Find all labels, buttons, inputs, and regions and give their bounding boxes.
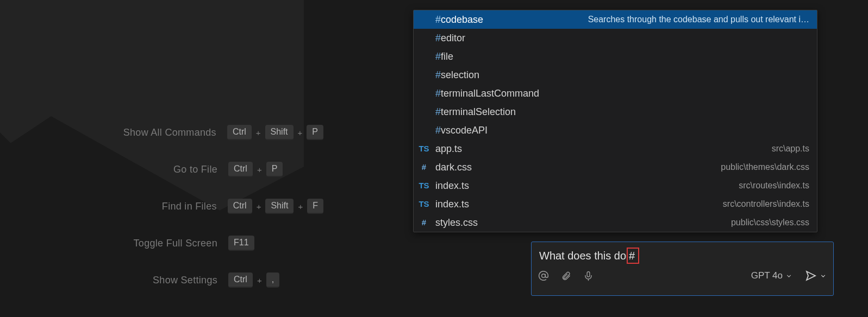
send-icon: [804, 269, 817, 282]
suggestion-label: #terminalSelection: [435, 105, 516, 118]
keycap: Shift: [265, 125, 294, 140]
hint-label: Go to File: [0, 164, 217, 175]
suggestion-item[interactable]: #codebaseSearches through the codebase a…: [414, 10, 817, 29]
suggestion-label: #vscodeAPI: [435, 124, 488, 137]
suggestion-description: src\controllers\index.ts: [723, 198, 809, 211]
hint-label: Show All Commands: [0, 127, 216, 138]
chat-input[interactable]: What does this do #: [532, 242, 833, 266]
plus-separator: +: [298, 202, 303, 211]
keycap: F: [307, 199, 323, 214]
hint-label: Toggle Full Screen: [0, 238, 217, 249]
hash-icon: #: [418, 161, 430, 174]
hint-keys: Ctrl+,: [228, 272, 323, 288]
keycap: Ctrl: [228, 162, 253, 177]
hint-row: Show SettingsCtrl+,: [0, 272, 413, 288]
suggestion-item[interactable]: #editor: [414, 29, 817, 47]
suggestion-item[interactable]: #file: [414, 47, 817, 66]
suggestion-label: dark.css: [435, 161, 472, 174]
hint-keys: Ctrl+Shift+F: [228, 199, 323, 214]
hint-keys: F11: [228, 236, 323, 251]
send-button[interactable]: [804, 269, 827, 282]
chat-variable-suggestion-list[interactable]: #codebaseSearches through the codebase a…: [413, 10, 817, 232]
welcome-shortcut-hints: Show All CommandsCtrl+Shift+PGo to FileC…: [0, 125, 413, 288]
hint-keys: Ctrl+Shift+P: [227, 125, 323, 140]
typescript-icon: TS: [418, 179, 430, 192]
chevron-down-icon: [820, 272, 827, 280]
chat-input-panel: What does this do # GPT 4o: [531, 242, 834, 296]
attach-button[interactable]: [561, 271, 571, 281]
hint-row: Find in FilesCtrl+Shift+F: [0, 199, 413, 214]
suggestion-label: #file: [435, 50, 453, 63]
suggestion-description: public\css\styles.css: [731, 216, 809, 229]
chat-input-text: What does this do: [539, 250, 626, 262]
keycap: F11: [228, 236, 254, 251]
suggestion-label: app.ts: [435, 142, 462, 155]
keycap: Ctrl: [228, 199, 252, 214]
mention-button[interactable]: [538, 270, 549, 281]
plus-separator: +: [257, 202, 261, 211]
suggestion-item[interactable]: #vscodeAPI: [414, 121, 817, 140]
svg-rect-2: [587, 271, 590, 277]
typescript-icon: TS: [418, 142, 430, 155]
chevron-down-icon: [785, 272, 792, 280]
suggestion-item[interactable]: #terminalSelection: [414, 103, 817, 121]
suggestion-item[interactable]: TSindex.tssrc\routes\index.ts: [414, 176, 817, 195]
hint-label: Find in Files: [0, 201, 217, 212]
suggestion-item[interactable]: #dark.csspublic\themes\dark.css: [414, 158, 817, 176]
microphone-button[interactable]: [583, 271, 594, 281]
hint-keys: Ctrl+P: [228, 162, 323, 177]
keycap: P: [266, 162, 283, 177]
plus-separator: +: [257, 276, 262, 285]
suggestion-label: #editor: [435, 31, 465, 45]
svg-point-1: [542, 274, 546, 278]
suggestion-item[interactable]: #styles.csspublic\css\styles.css: [414, 213, 817, 232]
keycap: Shift: [265, 199, 294, 214]
suggestion-description: src\routes\index.ts: [739, 179, 809, 192]
hint-row: Show All CommandsCtrl+Shift+P: [0, 125, 413, 140]
keycap: P: [307, 125, 323, 140]
suggestion-item[interactable]: TSapp.tssrc\app.ts: [414, 140, 817, 158]
suggestion-description: Searches through the codebase and pulls …: [588, 13, 809, 26]
keycap: Ctrl: [227, 125, 252, 140]
suggestion-label: styles.css: [435, 216, 478, 229]
suggestion-item[interactable]: #terminalLastCommand: [414, 84, 817, 103]
suggestion-item[interactable]: #selection: [414, 66, 817, 84]
keycap: Ctrl: [228, 272, 253, 288]
suggestion-description: src\app.ts: [772, 142, 809, 155]
typescript-icon: TS: [418, 198, 430, 211]
hint-row: Toggle Full ScreenF11: [0, 236, 413, 251]
chat-toolbar: GPT 4o: [532, 266, 833, 287]
hint-label: Show Settings: [0, 275, 217, 286]
suggestion-label: #selection: [435, 68, 479, 81]
plus-separator: +: [298, 128, 303, 137]
chat-input-trigger-char: #: [627, 248, 639, 264]
suggestion-label: index.ts: [435, 179, 469, 192]
hint-row: Go to FileCtrl+P: [0, 162, 413, 177]
model-picker[interactable]: GPT 4o: [751, 270, 792, 281]
model-label: GPT 4o: [751, 270, 783, 281]
suggestion-label: index.ts: [435, 198, 469, 211]
keycap: ,: [266, 272, 279, 288]
plus-separator: +: [257, 165, 262, 174]
suggestion-label: #terminalLastCommand: [435, 87, 539, 100]
hash-icon: #: [418, 216, 430, 229]
plus-separator: +: [256, 128, 261, 137]
suggestion-description: public\themes\dark.css: [721, 161, 809, 174]
suggestion-label: #codebase: [435, 13, 483, 26]
suggestion-item[interactable]: TSindex.tssrc\controllers\index.ts: [414, 195, 817, 213]
